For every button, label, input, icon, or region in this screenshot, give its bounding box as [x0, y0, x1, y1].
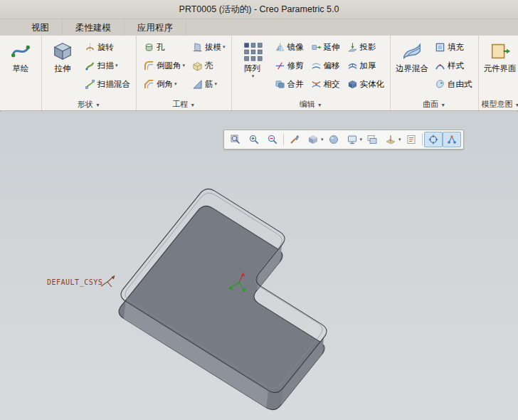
merge-label: 合并 [287, 79, 304, 90]
view-graph-button[interactable] [443, 132, 461, 147]
zoom-out-button[interactable] [263, 132, 282, 147]
boundary-blend-label: 边界混合 [396, 64, 428, 73]
display-style-icon [307, 134, 319, 145]
rib-button[interactable]: 筋 ▾ [189, 75, 228, 93]
shell-button[interactable]: 壳 [189, 56, 228, 75]
style-label: 样式 [448, 61, 464, 71]
annotation-display-icon [406, 134, 417, 145]
chamfer-button[interactable]: 倒角 ▾ [141, 75, 188, 93]
sweep-blend-label: 扫描混合 [97, 79, 130, 90]
freestyle-button[interactable]: 自由式 [432, 75, 475, 93]
saved-orientations-button[interactable] [343, 132, 361, 147]
project-button[interactable]: 投影 [344, 38, 388, 56]
dropdown-caret[interactable]: ▾ [321, 137, 324, 142]
tab-flexible-modeling[interactable]: 柔性建模 [63, 19, 125, 36]
dropdown-caret[interactable]: ▾ [360, 137, 363, 142]
boundary-blend-icon [401, 41, 423, 62]
ribbon-group-engineering: 孔 倒圆角 ▾ 倒角 ▾ 拔模 ▾ [137, 36, 232, 110]
extrude-icon [52, 41, 73, 62]
dropdown-caret: ▾ [183, 63, 186, 68]
dropdown-caret: ▼ [440, 103, 445, 107]
component-interface-label: 元件界面 [484, 64, 517, 73]
group-footer-surfaces[interactable]: 曲面▼ [391, 98, 478, 110]
style-button[interactable]: 样式 [432, 56, 475, 75]
freestyle-icon [435, 79, 445, 90]
chamfer-icon [144, 79, 154, 90]
sweep-button[interactable]: 扫描 ▾ [82, 56, 133, 75]
draft-icon [192, 42, 203, 53]
offset-button[interactable]: 偏移 [308, 56, 343, 75]
extend-label: 延伸 [324, 42, 340, 53]
sweep-icon [85, 61, 95, 71]
project-label: 投影 [360, 42, 376, 53]
refit-icon [230, 134, 241, 145]
revolve-button[interactable]: 旋转 [82, 38, 133, 56]
pattern-button[interactable]: 阵列 ▾ [235, 38, 270, 79]
extend-button[interactable]: 延伸 [308, 38, 343, 56]
view-graph-icon [446, 134, 458, 145]
spin-center-button[interactable] [424, 132, 443, 147]
hole-label: 孔 [157, 42, 165, 53]
revolve-label: 旋转 [97, 42, 114, 53]
spin-center-icon [428, 134, 439, 145]
shell-label: 壳 [205, 61, 213, 71]
draft-label: 拔模 [205, 42, 221, 53]
csys-marker[interactable] [101, 275, 115, 288]
tab-view[interactable]: 视图 [18, 19, 63, 36]
view-manager-button[interactable] [363, 132, 381, 147]
rib-icon [192, 79, 203, 90]
group-footer-model-intent[interactable]: 模型意图▼ [479, 98, 518, 110]
display-style-button[interactable] [304, 132, 322, 147]
fill-button[interactable]: 填充 [432, 38, 475, 56]
group-footer-shapes[interactable]: 形状▼ [42, 98, 136, 110]
ribbon-group-sketch: 草绘 [0, 36, 42, 110]
round-button[interactable]: 倒圆角 ▾ [141, 56, 188, 75]
extrude-button[interactable]: 拉伸 [45, 38, 80, 73]
thicken-button[interactable]: 加厚 [344, 56, 388, 75]
zoom-in-button[interactable] [245, 132, 263, 147]
dropdown-caret: ▾ [223, 44, 226, 50]
group-footer-editing[interactable]: 编辑▼ [232, 98, 391, 110]
refit-button[interactable] [226, 132, 245, 147]
tab-applications[interactable]: 应用程序 [125, 19, 186, 36]
ribbon-group-editing: 阵列 ▾ 镜像 修剪 合并 延伸 [232, 36, 391, 110]
annotation-display-button[interactable] [402, 132, 421, 147]
title-bar: PRT0005 (活动的) - Creo Parametric 5.0 [0, 0, 518, 19]
offset-label: 偏移 [324, 61, 340, 71]
graphics-area[interactable]: DEFAULT_CSYS ▾ ▾ ▾ [0, 112, 518, 420]
shaded-view-button[interactable] [324, 132, 343, 147]
hole-button[interactable]: 孔 [141, 38, 188, 56]
solidify-button[interactable]: 实体化 [344, 75, 388, 93]
merge-button[interactable]: 合并 [272, 75, 307, 93]
ribbon-group-surfaces: 边界混合 填充 样式 自由式 曲面▼ [391, 36, 479, 110]
fill-icon [435, 42, 445, 53]
editing-footer-label: 编辑 [300, 100, 315, 108]
repaint-button[interactable] [285, 132, 304, 147]
thicken-label: 加厚 [360, 61, 376, 71]
trim-label: 修剪 [287, 61, 304, 71]
component-interface-button[interactable]: 元件界面 [482, 38, 518, 73]
dropdown-caret[interactable]: ▾ [398, 137, 401, 142]
offset-icon [311, 61, 322, 71]
csys-label[interactable]: DEFAULT_CSYS [47, 278, 102, 287]
round-icon [144, 61, 154, 71]
ribbon: 草绘 拉伸 旋转 扫描 ▾ 扫 [0, 36, 518, 111]
pattern-icon [242, 41, 263, 62]
sweep-blend-button[interactable]: 扫描混合 [82, 75, 133, 93]
dropdown-caret: ▾ [174, 81, 177, 87]
extrude-label: 拉伸 [55, 64, 71, 73]
trim-button[interactable]: 修剪 [272, 56, 307, 75]
project-icon [347, 42, 358, 53]
shaded-view-icon [328, 134, 339, 145]
datum-display-button[interactable] [381, 132, 400, 147]
group-footer-engineering[interactable]: 工程▼ [137, 98, 231, 110]
mirror-button[interactable]: 镜像 [272, 38, 307, 56]
sketch-button[interactable]: 草绘 [3, 38, 38, 73]
draft-button[interactable]: 拔模 ▾ [189, 38, 228, 56]
merge-icon [275, 79, 285, 90]
boundary-blend-button[interactable]: 边界混合 [393, 38, 430, 73]
dropdown-caret: ▾ [215, 81, 218, 87]
round-label: 倒圆角 [157, 61, 181, 71]
intersect-button[interactable]: 相交 [308, 75, 343, 93]
sweep-blend-icon [85, 79, 95, 90]
